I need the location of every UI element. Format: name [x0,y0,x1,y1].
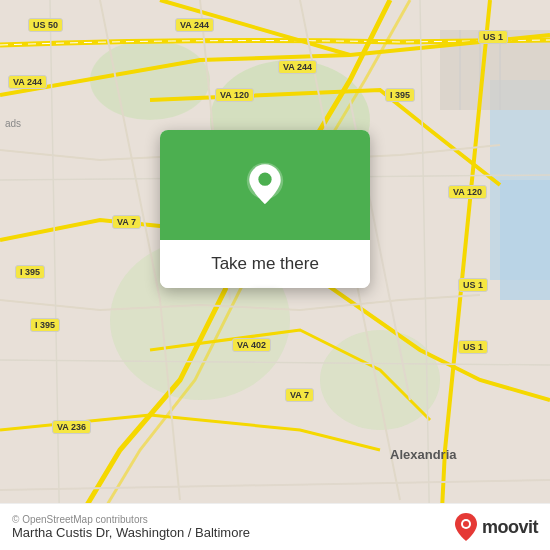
svg-point-13 [463,521,469,527]
moovit-pin-icon [454,512,478,542]
svg-point-3 [90,40,210,120]
road-label-va402: VA 402 [232,338,271,352]
road-label-va7-right: VA 7 [285,388,314,402]
road-label-va120-right: VA 120 [448,185,487,199]
road-label-i395-mid: I 395 [15,265,45,279]
bottom-left: © OpenStreetMap contributors Martha Cust… [12,514,250,540]
bottom-bar: © OpenStreetMap contributors Martha Cust… [0,503,550,550]
road-label-i395-top: I 395 [385,88,415,102]
moovit-brand-text: moovit [482,517,538,538]
popup-map-area [160,130,370,240]
map-container: US 50 VA 244 VA 244 US 1 I 395 VA 120 VA… [0,0,550,550]
road-label-va120: VA 120 [215,88,254,102]
road-label-va244-left: VA 244 [8,75,47,89]
city-label-alexandria: Alexandria [390,447,456,462]
road-label-i395-low: I 395 [30,318,60,332]
location-pin-icon [241,161,289,209]
svg-point-5 [320,330,440,430]
road-label-us50: US 50 [28,18,63,32]
location-text: Martha Custis Dr, Washington / Baltimore [12,525,250,540]
road-label-va244-top: VA 244 [175,18,214,32]
road-label-va7-left: VA 7 [112,215,141,229]
label-ads: ads [5,118,21,129]
road-label-va236: VA 236 [52,420,91,434]
take-me-there-button[interactable]: Take me there [160,240,370,288]
copyright-text: © OpenStreetMap contributors [12,514,250,525]
moovit-logo: moovit [454,512,538,542]
road-label-us1-top: US 1 [478,30,508,44]
svg-point-11 [258,173,271,186]
road-label-us1-low: US 1 [458,340,488,354]
road-label-us1-mid: US 1 [458,278,488,292]
popup-card: Take me there [160,130,370,288]
road-label-va244-mid: VA 244 [278,60,317,74]
svg-rect-1 [500,180,550,300]
